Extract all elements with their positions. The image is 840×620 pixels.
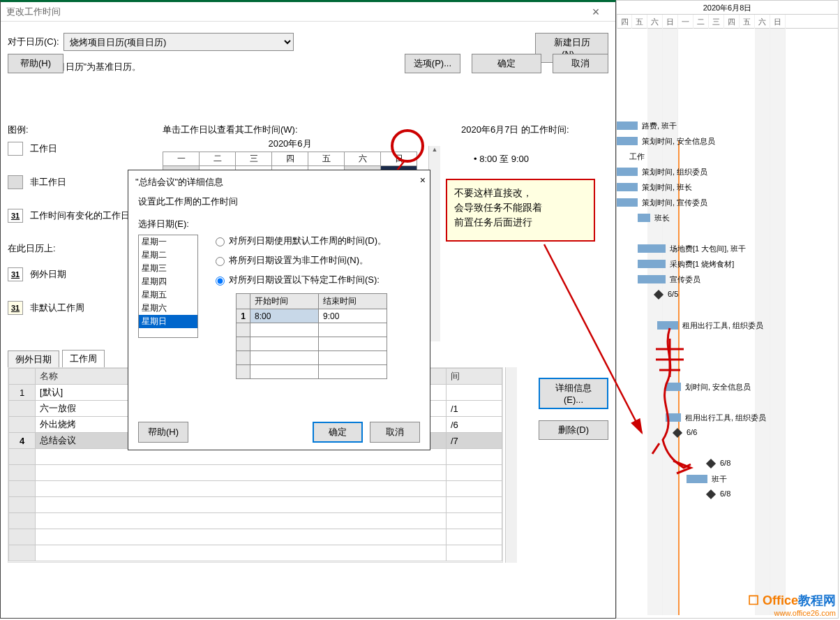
gantt-bar (638, 275, 666, 283)
gantt-chart: 2020年6月8日 四 五 六 日 一 二 三 四 五 六 日 路费, 班干策划… (616, 0, 839, 619)
dialog-titlebar[interactable]: 更改工作时间 × (1, 2, 615, 22)
list-item[interactable]: 星期一 (139, 235, 197, 249)
ok-button[interactable]: 确定 (313, 422, 363, 443)
gantt-bar (617, 183, 638, 191)
gantt-bar (638, 260, 666, 268)
list-item-selected[interactable]: 星期日 (139, 315, 197, 328)
radio-specific-times[interactable]: 对所列日期设置以下特定工作时间(S): (212, 274, 420, 286)
gantt-day-header: 四 五 六 日 一 二 三 四 五 六 日 (617, 15, 838, 29)
gantt-label: 宣传委员 (670, 274, 700, 285)
close-icon[interactable]: × (420, 175, 426, 186)
gantt-bar (687, 475, 707, 483)
calendar-label: 对于日历(C): (8, 36, 59, 48)
table-row (9, 545, 502, 561)
table-row (9, 529, 502, 545)
legend-swatch-work (8, 142, 23, 156)
gantt-bar (657, 321, 678, 330)
gantt-milestone (706, 489, 716, 499)
gantt-label: 租用出行工具, 组织委员 (682, 320, 763, 331)
legend-swatch-nondefault: 31 (8, 301, 23, 315)
gantt-label: 策划时间, 班长 (642, 182, 692, 193)
list-item[interactable]: 星期六 (139, 302, 197, 315)
ok-button[interactable]: 确定 (472, 54, 541, 73)
table-row (9, 481, 502, 497)
gantt-label: 划时间, 安全信息员 (685, 382, 751, 392)
legend-swatch-changed: 31 (8, 209, 23, 223)
working-time-title: 2020年6月7日 的工作时间: (461, 124, 569, 136)
annotation-note: 不要这样直接改， 会导致任务不能跟着 前置任务后面进行 (446, 179, 595, 242)
gantt-label: 租用出行工具, 组织委员 (685, 413, 766, 423)
dialog-title: 更改工作时间 (6, 2, 61, 22)
gantt-label: 路费, 班干 (642, 121, 677, 131)
gantt-label: 6/5 (668, 290, 678, 298)
delete-button[interactable]: 删除(D) (539, 420, 608, 440)
gantt-label: 6/8 (720, 489, 730, 498)
start-time-cell[interactable]: 8:00 (250, 309, 319, 323)
gantt-label: 6/6 (687, 428, 697, 436)
list-item[interactable]: 星期五 (139, 288, 197, 302)
gantt-date-header: 2020年6月8日 (617, 1, 838, 15)
legend-swatch-exception: 31 (8, 267, 23, 281)
table-row (9, 449, 502, 465)
calendar-caption: 单击工作日以查看其工作时间(W): (163, 124, 298, 136)
tab-exception-dates[interactable]: 例外日期 (8, 350, 59, 368)
end-time-cell[interactable]: 9:00 (319, 309, 387, 323)
cancel-button[interactable]: 取消 (553, 54, 608, 73)
gantt-milestone (706, 459, 716, 468)
list-item[interactable]: 星期三 (139, 262, 197, 275)
gantt-bar (666, 383, 681, 391)
gantt-label: 班长 (654, 213, 670, 223)
gantt-bar (638, 244, 666, 253)
close-icon[interactable]: × (582, 2, 610, 22)
gantt-label: 6/8 (720, 459, 730, 467)
list-item[interactable]: 星期二 (139, 249, 197, 262)
table-row (9, 465, 502, 481)
radio-default-times[interactable]: 对所列日期使用默认工作周的时间(D)。 (212, 235, 420, 247)
gantt-label: 班干 (712, 474, 727, 485)
gantt-bar (638, 214, 650, 222)
watermark: ☐ Office教程网 www.office26.com (748, 592, 836, 617)
gantt-label: 策划时间, 宣传委员 (642, 198, 707, 208)
help-button[interactable]: 帮助(H) (8, 54, 63, 73)
legend-swatch-nowork (8, 175, 23, 189)
table-row (9, 497, 502, 513)
options-button[interactable]: 选项(P)... (405, 54, 460, 73)
details-dialog: × "总结会议"的详细信息 设置此工作周的工作时间 选择日期(E): 星期一 星… (128, 170, 430, 450)
calendar-select[interactable]: 烧烤项目日历(项目日历) (63, 33, 294, 51)
cancel-button[interactable]: 取消 (370, 422, 420, 443)
select-dates-label: 选择日期(E): (138, 218, 198, 230)
gantt-bar (617, 198, 638, 207)
tab-strip: 例外日期 工作周 (8, 350, 105, 367)
table-row (9, 513, 502, 529)
gantt-label: 策划时间, 组织委员 (642, 167, 707, 177)
working-time-panel: 2020年6月7日 的工作时间: • 8:00 至 9:00 (461, 124, 569, 165)
legend-section: 图例: 工作日 非工作日 31工作时间有变化的工作日 在此日历上: 31例外日期… (8, 124, 133, 334)
details-subtitle: 设置此工作周的工作时间 (138, 195, 420, 208)
radio-nonworking[interactable]: 将所列日期设置为非工作时间(N)。 (212, 254, 420, 267)
working-time-item: • 8:00 至 9:00 (474, 153, 569, 165)
table-scrollbar[interactable] (505, 367, 517, 563)
details-title: "总结会议"的详细信息 (128, 170, 430, 191)
legend-subtitle: 在此日历上: (8, 242, 133, 255)
working-times-grid[interactable]: 开始时间结束时间 18:009:00 (236, 293, 387, 379)
details-button[interactable]: 详细信息(E)... (539, 378, 608, 409)
gantt-label: 策划时间, 安全信息员 (642, 136, 715, 147)
gantt-label: 工作 (629, 152, 645, 162)
gantt-bar (617, 168, 638, 176)
list-item[interactable]: 星期四 (139, 275, 197, 288)
gantt-label: 场地费[1 大包间], 班干 (670, 244, 746, 254)
gantt-label: 采购费[1 烧烤食材] (670, 259, 734, 270)
tab-work-weeks[interactable]: 工作周 (62, 350, 105, 367)
legend-title: 图例: (8, 124, 133, 136)
help-button[interactable]: 帮助(H) (138, 422, 188, 443)
calendar-month-label: 2020年6月 (163, 138, 417, 150)
gantt-bar (666, 413, 681, 422)
gantt-bar (617, 137, 638, 145)
weekday-listbox[interactable]: 星期一 星期二 星期三 星期四 星期五 星期六 星期日 (138, 235, 198, 338)
gantt-bar (617, 121, 638, 130)
